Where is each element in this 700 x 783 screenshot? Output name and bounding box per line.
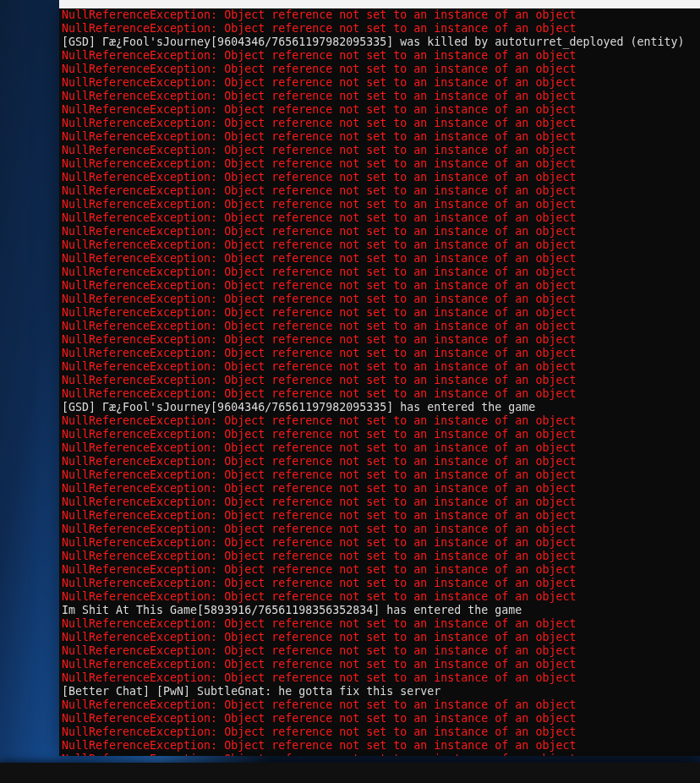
console-line-error: NullReferenceException: Object reference… bbox=[62, 90, 697, 103]
console-line-error: NullReferenceException: Object reference… bbox=[62, 198, 697, 211]
taskbar[interactable] bbox=[0, 763, 700, 783]
console-line-error: NullReferenceException: Object reference… bbox=[62, 712, 697, 726]
console-line-error: NullReferenceException: Object reference… bbox=[62, 171, 697, 184]
console-line-info: [GSD] Γæ¿Fool'sJourney[9604346/765611979… bbox=[62, 401, 697, 414]
console-line-error: NullReferenceException: Object reference… bbox=[62, 509, 697, 523]
console-line-error: NullReferenceException: Object reference… bbox=[62, 536, 697, 550]
console-line-info: [GSD] Γæ¿Fool'sJourney[9604346/765611979… bbox=[62, 36, 697, 49]
console-line-info: [Better Chat] [PwN] SubtleGnat: he gotta… bbox=[62, 685, 697, 698]
console-line-error: NullReferenceException: Object reference… bbox=[62, 130, 697, 144]
console-line-error: NullReferenceException: Object reference… bbox=[62, 184, 697, 198]
console-line-error: NullReferenceException: Object reference… bbox=[62, 144, 697, 157]
console-line-error: NullReferenceException: Object reference… bbox=[62, 726, 697, 739]
console-line-error: NullReferenceException: Object reference… bbox=[62, 523, 697, 536]
console-line-error: NullReferenceException: Object reference… bbox=[62, 22, 697, 36]
console-window[interactable]: NullReferenceException: Object reference… bbox=[59, 0, 700, 756]
console-line-error: NullReferenceException: Object reference… bbox=[62, 698, 697, 712]
console-line-error: NullReferenceException: Object reference… bbox=[62, 428, 697, 441]
console-line-error: NullReferenceException: Object reference… bbox=[62, 333, 697, 347]
console-line-error: NullReferenceException: Object reference… bbox=[62, 550, 697, 563]
console-line-error: NullReferenceException: Object reference… bbox=[62, 739, 697, 753]
console-line-error: NullReferenceException: Object reference… bbox=[62, 753, 697, 756]
console-line-error: NullReferenceException: Object reference… bbox=[62, 279, 697, 293]
console-line-error: NullReferenceException: Object reference… bbox=[62, 360, 697, 374]
console-line-error: NullReferenceException: Object reference… bbox=[62, 320, 697, 333]
console-line-error: NullReferenceException: Object reference… bbox=[62, 658, 697, 671]
console-line-error: NullReferenceException: Object reference… bbox=[62, 590, 697, 604]
console-line-info: Im Shit At This Game[5893916/76561198356… bbox=[62, 604, 697, 617]
console-line-error: NullReferenceException: Object reference… bbox=[62, 347, 697, 360]
console-line-error: NullReferenceException: Object reference… bbox=[62, 266, 697, 279]
console-line-error: NullReferenceException: Object reference… bbox=[62, 631, 697, 644]
console-line-error: NullReferenceException: Object reference… bbox=[62, 211, 697, 225]
console-line-error: NullReferenceException: Object reference… bbox=[62, 387, 697, 401]
console-line-error: NullReferenceException: Object reference… bbox=[62, 225, 697, 238]
desktop-background: NullReferenceException: Object reference… bbox=[0, 0, 700, 783]
console-line-error: NullReferenceException: Object reference… bbox=[62, 414, 697, 428]
console-line-error: NullReferenceException: Object reference… bbox=[62, 482, 697, 496]
console-line-error: NullReferenceException: Object reference… bbox=[62, 496, 697, 509]
console-line-error: NullReferenceException: Object reference… bbox=[62, 63, 697, 76]
console-line-error: NullReferenceException: Object reference… bbox=[62, 468, 697, 482]
console-line-error: NullReferenceException: Object reference… bbox=[62, 157, 697, 171]
console-line-error: NullReferenceException: Object reference… bbox=[62, 577, 697, 590]
console-line-error: NullReferenceException: Object reference… bbox=[62, 293, 697, 306]
console-output[interactable]: NullReferenceException: Object reference… bbox=[59, 8, 700, 756]
console-line-error: NullReferenceException: Object reference… bbox=[62, 8, 697, 22]
console-line-error: NullReferenceException: Object reference… bbox=[62, 644, 697, 658]
console-line-error: NullReferenceException: Object reference… bbox=[62, 76, 697, 90]
console-line-error: NullReferenceException: Object reference… bbox=[62, 374, 697, 387]
console-line-error: NullReferenceException: Object reference… bbox=[62, 238, 697, 252]
console-line-error: NullReferenceException: Object reference… bbox=[62, 117, 697, 130]
console-line-error: NullReferenceException: Object reference… bbox=[62, 306, 697, 320]
console-line-error: NullReferenceException: Object reference… bbox=[62, 103, 697, 117]
console-line-error: NullReferenceException: Object reference… bbox=[62, 455, 697, 468]
console-line-error: NullReferenceException: Object reference… bbox=[62, 671, 697, 685]
console-line-error: NullReferenceException: Object reference… bbox=[62, 563, 697, 577]
console-line-error: NullReferenceException: Object reference… bbox=[62, 617, 697, 631]
console-line-error: NullReferenceException: Object reference… bbox=[62, 441, 697, 455]
console-line-error: NullReferenceException: Object reference… bbox=[62, 49, 697, 63]
console-line-error: NullReferenceException: Object reference… bbox=[62, 252, 697, 266]
